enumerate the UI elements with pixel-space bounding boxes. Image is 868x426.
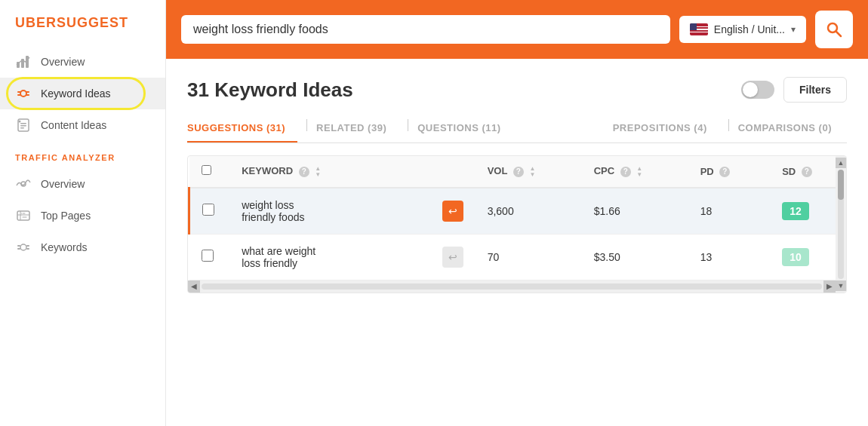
svg-rect-14 bbox=[17, 211, 29, 220]
content-icon bbox=[15, 117, 32, 133]
sd-help-icon[interactable]: ? bbox=[802, 167, 812, 177]
lang-label: English / Unit... bbox=[714, 23, 785, 35]
cpc-sort[interactable]: ▲ ▼ bbox=[636, 166, 642, 178]
svg-rect-4 bbox=[17, 91, 21, 93]
flag-us-icon bbox=[690, 23, 708, 35]
svg-point-3 bbox=[20, 90, 26, 97]
sidebar-item-top-pages[interactable]: Top Pages bbox=[0, 200, 165, 231]
language-selector[interactable]: English / Unit... ▾ bbox=[679, 16, 806, 43]
svg-rect-16 bbox=[17, 245, 20, 247]
filters-button[interactable]: Filters bbox=[783, 77, 847, 103]
toggle-knob bbox=[743, 82, 758, 97]
row1-check[interactable] bbox=[189, 188, 230, 234]
sidebar-keyword-ideas-label: Keyword Ideas bbox=[41, 87, 111, 100]
sidebar-item-keywords[interactable]: Keywords bbox=[0, 231, 165, 263]
row1-cpc: $1.66 bbox=[582, 188, 688, 234]
sidebar-item-overview-1[interactable]: Overview bbox=[0, 46, 165, 78]
th-check bbox=[189, 156, 230, 188]
horizontal-scrollbar[interactable]: ◀ ▶ bbox=[188, 280, 836, 293]
svg-point-15 bbox=[20, 244, 26, 250]
wave-icon bbox=[15, 176, 32, 192]
search-input-wrapper[interactable]: weight loss friendly foods bbox=[181, 15, 670, 44]
sidebar-keywords-label: Keywords bbox=[41, 241, 87, 253]
tab-questions[interactable]: QUESTIONS (11) bbox=[417, 116, 512, 143]
row2-sd: 10 bbox=[770, 234, 836, 280]
row1-vol: 3,600 bbox=[476, 188, 582, 234]
row2-sd-badge: 10 bbox=[782, 248, 809, 266]
tab-comparisons[interactable]: COMPARISONS (0) bbox=[738, 116, 844, 143]
row1-sd-badge: 12 bbox=[782, 202, 809, 220]
scroll-down-arrow[interactable]: ▼ bbox=[836, 280, 846, 291]
cpc-help-icon[interactable]: ? bbox=[620, 167, 631, 177]
row1-link-button[interactable]: ↩ bbox=[442, 201, 463, 222]
svg-rect-6 bbox=[26, 91, 29, 93]
table-scroll-area: KEYWORD ? ▲ ▼ VOL ? bbox=[188, 156, 836, 293]
main-content: weight loss friendly foods English / Uni… bbox=[166, 0, 868, 426]
table-row: weight lossfriendly foods ↩ 3,600 $1.66 … bbox=[189, 188, 836, 234]
sidebar: UBERSUGGEST Overview Keyword Ideas bbox=[0, 0, 166, 426]
row1-keyword-text: weight lossfriendly foods bbox=[242, 199, 436, 223]
svg-rect-19 bbox=[26, 248, 29, 250]
scroll-thumb-v[interactable] bbox=[838, 170, 844, 200]
svg-point-12 bbox=[19, 121, 21, 123]
row2-checkbox[interactable] bbox=[202, 250, 214, 262]
table-container: KEYWORD ? ▲ ▼ VOL ? bbox=[187, 155, 847, 293]
scroll-up-arrow[interactable]: ▲ bbox=[836, 158, 846, 168]
svg-rect-5 bbox=[17, 94, 21, 96]
sidebar-item-overview-2[interactable]: Overview bbox=[0, 168, 165, 200]
sidebar-item-content-ideas[interactable]: Content Ideas bbox=[0, 109, 165, 141]
scroll-left-arrow[interactable]: ◀ bbox=[188, 280, 200, 293]
scroll-right-arrow[interactable]: ▶ bbox=[823, 280, 836, 293]
row1-keyword: weight lossfriendly foods ↩ bbox=[229, 188, 475, 234]
svg-rect-11 bbox=[20, 127, 24, 129]
pd-help-icon[interactable]: ? bbox=[719, 167, 730, 177]
search-button[interactable] bbox=[815, 11, 853, 48]
tabs-row: SUGGESTIONS (31) RELATED (39) QUESTIONS … bbox=[187, 116, 847, 143]
tab-related[interactable]: RELATED (39) bbox=[316, 116, 399, 143]
filters-group: Filters bbox=[741, 77, 847, 103]
vol-sort[interactable]: ▲ ▼ bbox=[529, 166, 535, 178]
keyword-icon bbox=[15, 85, 32, 102]
sidebar-overview-2-label: Overview bbox=[41, 178, 85, 190]
content-area: 31 Keyword Ideas Filters SUGGESTIONS (31… bbox=[166, 59, 868, 426]
keyword-sort[interactable]: ▲ ▼ bbox=[315, 166, 321, 178]
filters-toggle[interactable] bbox=[741, 81, 774, 99]
svg-rect-18 bbox=[26, 245, 29, 247]
sidebar-overview-1-label: Overview bbox=[41, 56, 85, 68]
svg-rect-9 bbox=[20, 123, 26, 124]
chart-icon bbox=[15, 54, 32, 70]
th-sd: SD ? bbox=[770, 156, 836, 188]
svg-rect-17 bbox=[17, 248, 20, 250]
row1-checkbox[interactable] bbox=[202, 204, 214, 216]
page-title: 31 Keyword Ideas bbox=[187, 78, 353, 102]
row2-keyword: what are weightloss friendly ↩ bbox=[229, 234, 475, 280]
sidebar-top-pages-label: Top Pages bbox=[41, 210, 91, 222]
table-row: what are weightloss friendly ↩ 70 $3.50 … bbox=[189, 234, 836, 280]
th-keyword: KEYWORD ? ▲ ▼ bbox=[229, 156, 475, 188]
content-header: 31 Keyword Ideas Filters bbox=[187, 77, 847, 103]
sidebar-item-keyword-ideas[interactable]: Keyword Ideas bbox=[0, 78, 165, 109]
row1-sd: 12 bbox=[770, 188, 836, 234]
row2-link-button[interactable]: ↩ bbox=[442, 247, 463, 268]
row1-pd: 18 bbox=[688, 188, 770, 234]
traffic-analyzer-title: TRAFFIC ANALYZER bbox=[0, 141, 165, 168]
th-cpc: CPC ? ▲ ▼ bbox=[582, 156, 688, 188]
toppages-icon bbox=[15, 207, 32, 224]
tab-divider-2 bbox=[408, 119, 408, 131]
vol-help-icon[interactable]: ? bbox=[513, 167, 524, 177]
svg-rect-10 bbox=[20, 125, 26, 127]
tab-suggestions[interactable]: SUGGESTIONS (31) bbox=[187, 116, 297, 143]
select-all-checkbox[interactable] bbox=[202, 165, 211, 175]
keywords2-icon bbox=[15, 239, 32, 256]
search-query-text: weight loss friendly foods bbox=[193, 23, 658, 36]
svg-rect-7 bbox=[26, 94, 29, 96]
vertical-scrollbar[interactable]: ▲ ▼ bbox=[836, 156, 846, 293]
keywords-table: KEYWORD ? ▲ ▼ VOL ? bbox=[188, 156, 836, 280]
tab-prepositions[interactable]: PREPOSITIONS (4) bbox=[613, 116, 719, 143]
scroll-track[interactable] bbox=[202, 283, 822, 290]
th-pd: PD ? bbox=[688, 156, 770, 188]
row2-check[interactable] bbox=[189, 234, 230, 280]
th-vol: VOL ? ▲ ▼ bbox=[476, 156, 582, 188]
keyword-help-icon[interactable]: ? bbox=[299, 167, 309, 177]
chevron-down-icon: ▾ bbox=[791, 24, 796, 35]
